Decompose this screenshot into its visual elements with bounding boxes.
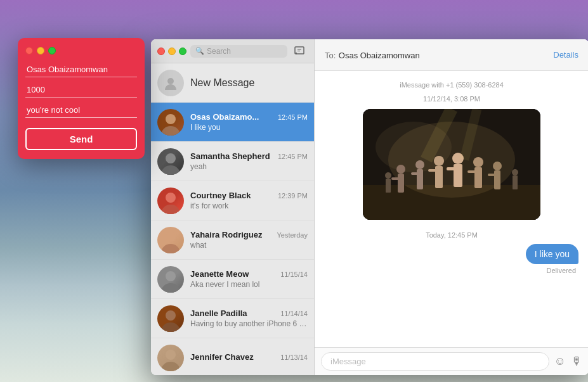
svg-point-33 (385, 172, 391, 179)
new-message-avatar (157, 70, 184, 96)
jeanette-preview: Aka never I mean lol (190, 280, 308, 289)
janelle-name: Janelle Padilla (190, 309, 247, 318)
search-icon: 🔍 (195, 47, 204, 55)
svg-point-6 (166, 193, 176, 203)
conversation-courtney[interactable]: Courtney Black 12:39 PM it's for work (151, 181, 314, 220)
chat-details-button[interactable]: Details (553, 50, 578, 60)
chat-area: To: Osas Obaizamomwan Details iMessage w… (315, 39, 588, 375)
compose-maximize-button[interactable] (48, 47, 56, 54)
courtney-preview: it's for work (190, 201, 308, 210)
svg-point-4 (166, 114, 176, 124)
compose-to-field[interactable] (25, 62, 137, 77)
compose-window: Send (18, 38, 145, 159)
search-input[interactable] (207, 47, 282, 56)
svg-rect-23 (428, 169, 438, 172)
chat-message-input[interactable] (321, 352, 549, 371)
compose-traffic-lights (25, 47, 137, 54)
chat-input-area: ☺ 🎙 (315, 347, 588, 375)
conversation-yahaira[interactable]: Yahaira Rodriguez Yesterday what (151, 220, 314, 260)
avatar-jeanette (157, 266, 184, 293)
samantha-content: Samantha Shepherd 12:45 PM yeah (190, 151, 308, 171)
svg-rect-29 (467, 170, 478, 173)
samantha-preview: yeah (190, 162, 308, 171)
new-message-item[interactable]: New Message (151, 63, 314, 103)
janelle-time: 11/14/14 (280, 310, 308, 317)
samantha-time: 12:45 PM (278, 153, 308, 160)
svg-rect-34 (386, 179, 391, 193)
audio-button[interactable]: 🎙 (571, 355, 582, 368)
courtney-time: 12:39 PM (278, 192, 308, 200)
imessage-info: iMessage with +1 (559) 308-6284 (400, 81, 504, 89)
svg-point-15 (396, 165, 405, 174)
svg-rect-32 (488, 174, 497, 176)
conversation-janelle[interactable]: Janelle Padilla 11/14/14 Having to buy a… (151, 299, 314, 338)
svg-point-18 (415, 160, 424, 169)
chat-image-inner (363, 109, 540, 220)
svg-point-21 (434, 156, 444, 166)
yahaira-preview: what (190, 241, 308, 250)
compose-close-button[interactable] (25, 47, 33, 54)
window-maximize-button[interactable] (179, 48, 186, 55)
svg-rect-26 (447, 167, 457, 170)
compose-send-button[interactable]: Send (25, 128, 137, 150)
svg-point-5 (166, 153, 176, 163)
messages-app-window: 🔍 (151, 39, 588, 375)
conversation-jeanette[interactable]: Jeanette Meow 11/15/14 Aka never I mean … (151, 260, 314, 299)
jennifer-content: Jennifer Chavez 11/13/14 (190, 352, 308, 363)
yahaira-time: Yesterday (277, 231, 308, 239)
jennifer-name: Jennifer Chavez (190, 352, 254, 362)
sidebar-traffic-lights (157, 48, 186, 55)
svg-point-7 (166, 232, 176, 242)
osas-time: 12:45 PM (278, 113, 308, 121)
outgoing-message-row: I like you (325, 244, 578, 264)
conversation-jennifer[interactable]: Jennifer Chavez 11/13/14 (151, 338, 314, 375)
svg-rect-16 (398, 174, 404, 193)
svg-point-30 (493, 162, 502, 170)
jeanette-content: Jeanette Meow 11/15/14 Aka never I mean … (190, 269, 308, 289)
chat-messages-area: iMessage with +1 (559) 308-6284 11/12/14… (315, 71, 588, 347)
avatar-samantha (157, 148, 184, 175)
sidebar-titlebar: 🔍 (151, 39, 314, 63)
compose-subject-field[interactable] (25, 82, 137, 98)
avatar-jennifer (157, 345, 184, 371)
new-message-content: New Message (190, 77, 308, 89)
svg-rect-36 (513, 175, 518, 189)
chat-to-label: To: (325, 51, 336, 60)
samantha-name: Samantha Shepherd (190, 151, 270, 161)
yahaira-content: Yahaira Rodriguez Yesterday what (190, 230, 308, 250)
svg-rect-17 (391, 177, 401, 180)
message-bubble: I like you (526, 244, 578, 264)
svg-point-8 (166, 271, 176, 281)
svg-point-10 (166, 350, 176, 360)
window-close-button[interactable] (157, 48, 165, 55)
svg-rect-19 (417, 169, 423, 189)
compose-minimize-button[interactable] (37, 47, 44, 54)
sidebar: 🔍 (151, 39, 315, 375)
jeanette-time: 11/15/14 (280, 271, 308, 278)
svg-rect-20 (411, 172, 420, 175)
svg-point-3 (167, 78, 174, 84)
window-minimize-button[interactable] (168, 48, 176, 55)
new-message-icon[interactable] (291, 43, 308, 60)
compose-body-field[interactable] (25, 103, 137, 118)
svg-point-27 (473, 157, 483, 167)
search-bar[interactable]: 🔍 (190, 45, 287, 58)
avatar-osas (157, 109, 184, 136)
courtney-name: Courtney Black (190, 191, 251, 200)
janelle-preview: Having to buy another iPhone 6 hurts me … (190, 319, 308, 328)
conversation-samantha[interactable]: Samantha Shepherd 12:45 PM yeah (151, 142, 314, 181)
courtney-content: Courtney Black 12:39 PM it's for work (190, 191, 308, 210)
osas-name: Osas Obaizamo... (190, 112, 259, 122)
avatar-courtney (157, 188, 184, 214)
jeanette-name: Jeanette Meow (190, 269, 249, 279)
svg-point-35 (512, 169, 518, 175)
svg-point-9 (166, 310, 176, 321)
chat-recipient-name: Osas Obaizamomwan (339, 51, 420, 60)
avatar-janelle (157, 305, 184, 332)
imessage-date: 11/12/14, 3:08 PM (423, 95, 480, 103)
conversation-osas[interactable]: Osas Obaizamo... 12:45 PM I like you (151, 103, 314, 142)
delivered-label: Delivered (325, 267, 578, 274)
new-message-label: New Message (190, 77, 254, 88)
conversation-list: New Message Osas Obaizamo... 12:45 PM (151, 63, 314, 375)
emoji-button[interactable]: ☺ (554, 355, 566, 368)
